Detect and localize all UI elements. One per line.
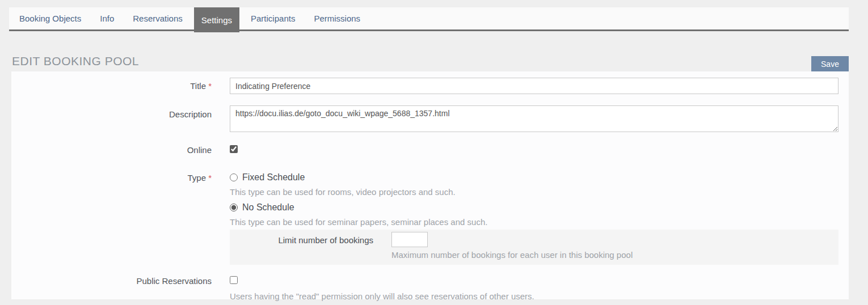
- no-schedule-label[interactable]: No Schedule: [242, 202, 294, 213]
- online-label: Online: [11, 145, 230, 155]
- title-row: Title *: [11, 78, 849, 94]
- limit-bookings-input[interactable]: [391, 232, 428, 247]
- online-checkbox[interactable]: [230, 145, 238, 153]
- type-row: Type * Fixed Schedule This type can be u…: [11, 172, 849, 265]
- tab-booking-objects[interactable]: Booking Objects: [19, 7, 81, 29]
- description-textarea[interactable]: https://docu.ilias.de/goto_docu_wiki_wpa…: [230, 105, 838, 132]
- type-label: Type *: [11, 172, 230, 265]
- online-row: Online: [11, 145, 849, 155]
- page-title: EDIT BOOKING POOL: [12, 54, 139, 68]
- description-row: Description https://docu.ilias.de/goto_d…: [11, 105, 849, 134]
- tab-participants[interactable]: Participants: [251, 7, 295, 29]
- limit-bookings-subsection: Limit number of bookings Maximum number …: [230, 230, 838, 265]
- title-input[interactable]: [230, 78, 838, 94]
- no-schedule-hint: This type can be used for seminar papers…: [230, 217, 838, 227]
- required-marker: *: [208, 173, 212, 183]
- public-reservations-checkbox[interactable]: [230, 276, 238, 284]
- tab-settings[interactable]: Settings: [194, 7, 239, 32]
- fixed-schedule-option: Fixed Schedule: [230, 172, 838, 183]
- no-schedule-option: No Schedule: [230, 202, 838, 213]
- public-reservations-hint: Users having the "read" permission only …: [230, 291, 838, 301]
- no-schedule-radio[interactable]: [230, 204, 238, 211]
- page: Booking Objects Info Reservations Settin…: [0, 0, 868, 305]
- description-label: Description: [11, 105, 230, 134]
- tab-permissions[interactable]: Permissions: [314, 7, 360, 29]
- limit-bookings-hint: Maximum number of bookings for each user…: [391, 250, 838, 260]
- tab-info[interactable]: Info: [100, 7, 114, 29]
- public-reservations-row: Public Reservations Users having the "re…: [11, 276, 849, 301]
- title-label: Title *: [11, 78, 230, 94]
- tab-reservations[interactable]: Reservations: [133, 7, 183, 29]
- required-marker: *: [208, 81, 212, 91]
- fixed-schedule-radio[interactable]: [230, 173, 238, 181]
- public-reservations-label: Public Reservations: [11, 276, 230, 301]
- save-button[interactable]: Save: [811, 56, 849, 71]
- tab-bar: Booking Objects Info Reservations Settin…: [9, 7, 849, 31]
- fixed-schedule-label[interactable]: Fixed Schedule: [242, 172, 305, 183]
- fixed-schedule-hint: This type can be used for rooms, video p…: [230, 187, 838, 197]
- edit-booking-pool-form: Title * Description https://docu.ilias.d…: [11, 71, 849, 299]
- limit-bookings-label: Limit number of bookings: [230, 232, 391, 247]
